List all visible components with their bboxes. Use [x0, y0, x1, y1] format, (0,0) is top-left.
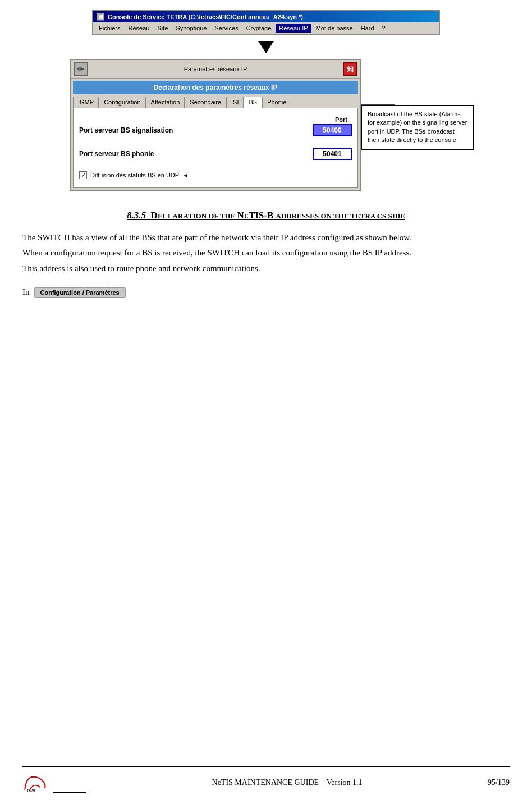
in-label: In: [22, 287, 30, 297]
window-icon: 🖥: [97, 13, 104, 21]
field-row-phonie: Port serveur BS phonie 50401: [79, 148, 352, 160]
field-row-signalisation: Port serveur BS signalisation 50400: [79, 124, 352, 136]
diffusion-checkbox[interactable]: ✓: [79, 171, 87, 179]
menu-site[interactable]: Site: [154, 24, 171, 33]
menu-synoptique[interactable]: Synoptique: [172, 24, 210, 33]
footer-page-number: 95/139: [488, 778, 510, 787]
dialog-tabs[interactable]: IGMP Configuration Affectation Secondair…: [71, 97, 360, 108]
tab-configuration[interactable]: Configuration: [99, 97, 145, 108]
tab-igmp[interactable]: IGMP: [73, 97, 99, 108]
checkbox-arrow: ◄: [182, 172, 189, 179]
paragraph-3: This address is also used to route phone…: [22, 262, 510, 275]
window-title-text: Console de Service TETRA (C:\tetracs\FIC…: [108, 13, 303, 20]
checkbox-label: Diffusion des statuts BS en UDP: [90, 172, 179, 179]
port-header: Port: [79, 116, 352, 123]
top-window: 🖥 Console de Service TETRA (C:\tetracs\F…: [92, 10, 440, 35]
footer-center-text: NeTIS MAINTENANCE GUIDE – Version 1.1: [98, 778, 476, 787]
dialog-outer-row: ✏ Paramètres réseaux IP 知 Déclaration de…: [70, 59, 474, 191]
menu-help[interactable]: ?: [379, 24, 389, 33]
callout-box: Broadcast of the BS state (Alarms for ex…: [361, 105, 474, 150]
callout-wrapper: Broadcast of the BS state (Alarms for ex…: [361, 104, 474, 150]
dialog-body: Port Port serveur BS signalisation 50400…: [73, 108, 358, 188]
menu-fichiers[interactable]: Fichiers: [95, 24, 124, 33]
down-arrow: [258, 41, 274, 53]
section-title-caps: DECLARATION OF THE NeTIS-B ADDRESSES ON …: [151, 210, 405, 221]
svg-text:telm: telm: [27, 788, 35, 793]
field-label-signalisation: Port serveur BS signalisation: [79, 126, 173, 134]
menu-hard[interactable]: Hard: [357, 24, 378, 33]
checkbox-row[interactable]: ✓ Diffusion des statuts BS en UDP ◄: [79, 171, 352, 179]
dialog-close-icon[interactable]: 知: [343, 62, 357, 76]
dialog-icon-left: ✏: [74, 62, 88, 76]
telm-logo: telm: [22, 773, 51, 793]
menu-services[interactable]: Services: [211, 24, 241, 33]
window-title-bar: 🖥 Console de Service TETRA (C:\tetracs\F…: [93, 11, 439, 22]
main-content: 8.3.5 DECLARATION OF THE NeTIS-B ADDRESS…: [0, 197, 532, 298]
field-value-signalisation[interactable]: 50400: [313, 124, 352, 136]
paragraph-2: When a configuration request for a BS is…: [22, 246, 510, 259]
field-label-phonie: Port serveur BS phonie: [79, 150, 154, 158]
section-number: 8.3.5: [127, 210, 146, 221]
field-value-phonie[interactable]: 50401: [313, 148, 352, 160]
dialog-header: Déclaration des paramètres réseaux IP: [73, 81, 358, 94]
callout-text: Broadcast of the BS state (Alarms for ex…: [368, 111, 467, 143]
menu-bar[interactable]: Fichiers Réseau Site Synoptique Services…: [93, 22, 439, 34]
dialog-title-text: Paramètres réseaux IP: [184, 66, 247, 72]
tab-phonie[interactable]: Phonie: [262, 97, 291, 108]
tab-bs[interactable]: BS: [244, 97, 262, 108]
menu-reseau[interactable]: Réseau: [125, 24, 153, 33]
footer-logo: telm: [22, 773, 86, 793]
menu-badge[interactable]: Configuration / Paramètres: [34, 287, 126, 298]
section-heading: 8.3.5 DECLARATION OF THE NeTIS-B ADDRESS…: [22, 210, 510, 221]
menu-mot-de-passe[interactable]: Mot de passe: [313, 24, 356, 33]
in-row: In Configuration / Paramètres: [22, 287, 510, 298]
menu-reseau-ip[interactable]: Réseau IP: [276, 24, 311, 33]
dialog-window: ✏ Paramètres réseaux IP 知 Déclaration de…: [70, 59, 361, 191]
tab-affectation[interactable]: Affectation: [146, 97, 185, 108]
tab-isi[interactable]: ISI: [226, 97, 244, 108]
top-section: 🖥 Console de Service TETRA (C:\tetracs\F…: [0, 0, 532, 197]
tab-secondaire[interactable]: Secondaire: [185, 97, 226, 108]
paragraph-1: The SWITCH has a view of all the BSs tha…: [22, 231, 510, 244]
dialog-title-bar: ✏ Paramètres réseaux IP 知: [71, 60, 360, 79]
footer: telm NeTIS MAINTENANCE GUIDE – Version 1…: [22, 766, 510, 793]
menu-cryptage[interactable]: Cryptage: [243, 24, 275, 33]
